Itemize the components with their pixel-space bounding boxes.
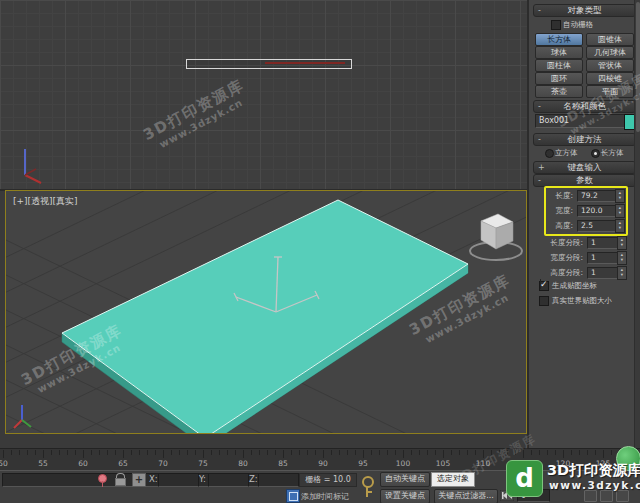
- segment-input[interactable]: 1: [587, 237, 618, 249]
- timeline-tick: [491, 450, 492, 455]
- check-mark: ✓: [540, 279, 541, 289]
- rollout-collapse-marker[interactable]: +: [538, 162, 545, 173]
- timeline-frame-label: 85: [278, 459, 288, 468]
- isolate-pin-icon[interactable]: [98, 474, 107, 483]
- object-type-button-管状体[interactable]: 管状体: [586, 59, 634, 72]
- command-panel: - 对象类型 自动栅格 长方体圆锥体球体几何球体圆柱体管状体圆环四棱锥茶壶平面 …: [527, 0, 640, 448]
- timeline-tick: [347, 450, 348, 455]
- object-type-button-圆柱体[interactable]: 圆柱体: [535, 59, 583, 72]
- segment-input[interactable]: 1: [587, 267, 618, 279]
- timeline-tick: [51, 450, 52, 455]
- rollout-title: 参数: [576, 175, 593, 185]
- object-type-button-圆锥体[interactable]: 圆锥体: [586, 33, 634, 46]
- object-name-input[interactable]: Box001: [535, 114, 625, 128]
- viewport-perspective-active[interactable]: [+][透视][真实]: [5, 190, 527, 434]
- timeline-tick: [147, 450, 148, 455]
- object-type-button-球体[interactable]: 球体: [535, 46, 583, 59]
- segment-label: 高度分段:: [537, 268, 583, 278]
- object-type-button-长方体[interactable]: 长方体: [535, 33, 583, 46]
- object-type-button-圆环[interactable]: 圆环: [535, 72, 583, 85]
- timeline-tick: [451, 450, 452, 455]
- viewport-top-orthographic[interactable]: [0, 0, 527, 191]
- rollout-collapse-marker[interactable]: -: [538, 175, 541, 186]
- checkbox-真实世界贴图大小[interactable]: [539, 296, 549, 306]
- timeline-tick: [19, 450, 20, 455]
- segment-input[interactable]: 1: [587, 252, 618, 264]
- timeline-frame-label: 105: [436, 459, 450, 468]
- checkbox-生成贴图坐标[interactable]: ✓: [539, 281, 549, 291]
- viewcube-icon[interactable]: [468, 207, 524, 267]
- x-coordinate-label: X:: [149, 474, 158, 484]
- add-time-tag-label[interactable]: 添加时间标记: [301, 491, 349, 502]
- scene-box-object[interactable]: [62, 200, 468, 433]
- timeline-tick: [99, 450, 100, 455]
- x-coordinate-field[interactable]: [158, 473, 199, 487]
- add-time-tag-icon[interactable]: [286, 489, 300, 503]
- timeline-tick: [179, 450, 180, 455]
- timeline-frame-label: 65: [118, 459, 128, 468]
- timeline-tick: [299, 450, 300, 455]
- timeline-frame-label: 60: [78, 459, 88, 468]
- object-type-button-平面[interactable]: 平面: [586, 85, 634, 98]
- timeline-tick: [379, 450, 380, 455]
- autogrid-checkbox[interactable]: [551, 20, 561, 30]
- y-coordinate-field[interactable]: [208, 473, 249, 487]
- key-filter-scope-dropdown[interactable]: 选定对象: [431, 472, 475, 487]
- set-key-button[interactable]: 设置关键点: [380, 489, 430, 503]
- selection-lock-icon[interactable]: [115, 478, 126, 486]
- timeline-tick: [467, 450, 468, 455]
- checkbox-label: 生成贴图坐标: [552, 281, 597, 291]
- scene-box-edge-on[interactable]: [186, 59, 352, 69]
- timeline-tick: [283, 450, 284, 458]
- watermark-logo: d: [506, 460, 543, 497]
- rollout-keyboard-entry[interactable]: + 键盘输入: [533, 161, 636, 174]
- creation-method-radio-立方体[interactable]: [545, 149, 554, 158]
- timeline-tick: [475, 450, 476, 455]
- scene-box-edge-red-segment: [265, 62, 345, 64]
- set-keys-key-icon[interactable]: [362, 476, 374, 488]
- rollout-title: 创建方法: [568, 134, 602, 144]
- creation-method-radio-长方体[interactable]: [591, 149, 600, 158]
- timeline-tick: [203, 450, 204, 458]
- segment-spinner[interactable]: ▴▾: [617, 236, 627, 250]
- timeline-tick: [11, 450, 12, 455]
- auto-key-button[interactable]: 自动关键点: [380, 472, 430, 487]
- watermark-brand-text: 3D打印资源库: [547, 461, 640, 480]
- timeline-tick: [35, 450, 36, 455]
- object-type-button-四棱锥[interactable]: 四棱锥: [586, 72, 634, 85]
- rollout-name-color[interactable]: - 名称和颜色: [533, 100, 636, 113]
- timeline-tick: [371, 450, 372, 455]
- key-filters-button[interactable]: 关键点过滤器...: [434, 489, 498, 503]
- object-type-button-几何球体[interactable]: 几何球体: [586, 46, 634, 59]
- checkbox-label: 真实世界贴图大小: [552, 296, 612, 306]
- timeline-tick: [307, 450, 308, 455]
- rollout-collapse-marker[interactable]: -: [538, 134, 541, 145]
- panel-scrollbar[interactable]: [634, 0, 640, 448]
- timeline-tick: [435, 450, 436, 455]
- timeline-tick: [27, 450, 28, 455]
- transform-type-in-icon[interactable]: +: [132, 473, 146, 487]
- viewport-label[interactable]: [+][透视][真实]: [13, 195, 78, 208]
- rollout-title: 名称和颜色: [563, 101, 606, 111]
- z-coordinate-field[interactable]: [258, 473, 299, 487]
- timeline-tick: [275, 450, 276, 455]
- timeline-tick: [187, 450, 188, 455]
- rollout-collapse-marker[interactable]: -: [538, 5, 541, 16]
- timeline-tick: [211, 450, 212, 455]
- segment-spinner[interactable]: ▴▾: [617, 266, 627, 280]
- segment-spinner[interactable]: ▴▾: [617, 251, 627, 265]
- timeline-tick: [219, 450, 220, 455]
- panel-scrollbar-thumb[interactable]: [636, 2, 640, 132]
- viewport-3d-canvas: [6, 191, 526, 433]
- rollout-creation-method[interactable]: - 创建方法: [533, 133, 636, 146]
- timeline-frame-label: 75: [198, 459, 208, 468]
- radio-dot: [594, 152, 597, 155]
- timeline-tick: [291, 450, 292, 455]
- rollout-title: 键盘输入: [568, 162, 602, 172]
- rollout-object-type[interactable]: - 对象类型: [533, 4, 636, 17]
- z-coordinate-label: Z:: [249, 474, 258, 484]
- rollout-collapse-marker[interactable]: -: [538, 101, 541, 112]
- object-type-button-茶壶[interactable]: 茶壶: [535, 85, 583, 98]
- viewport-axis-tripod-icon: [14, 143, 48, 187]
- timeline-tick: [139, 450, 140, 455]
